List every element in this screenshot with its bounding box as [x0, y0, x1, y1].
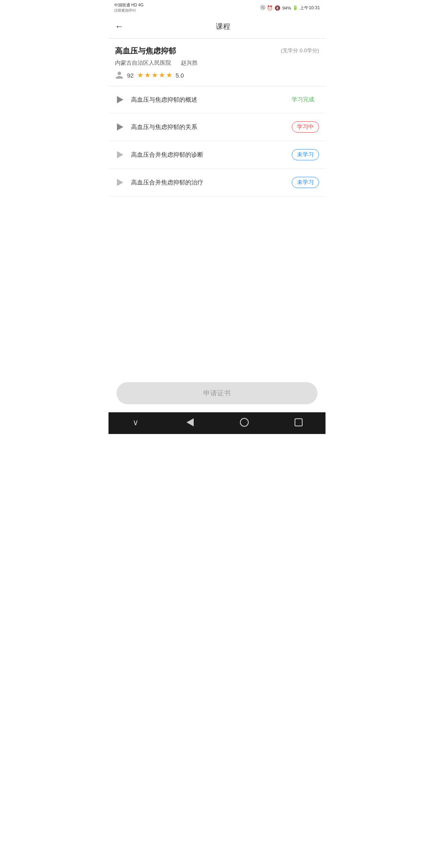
lesson-status-badge: 未学习 [292, 149, 319, 160]
play-icon [115, 94, 125, 105]
course-hospital-row: 内蒙古自治区人民医院 赵兴胜 [115, 59, 319, 67]
lesson-list: 高血压与焦虑抑郁的概述学习完成高血压与焦虑抑郁的关系学习中高血压合并焦虑抑郁的诊… [108, 86, 326, 286]
lesson-item[interactable]: 高血压与焦虑抑郁的关系学习中 [108, 113, 326, 141]
lesson-item[interactable]: 高血压合并焦虑抑郁的治疗未学习 [108, 169, 326, 197]
time-text: 上午10:31 [300, 5, 320, 11]
lesson-status-badge: 学习中 [292, 121, 319, 133]
home-circle-icon [240, 418, 249, 427]
nav-recents-button[interactable] [291, 416, 307, 428]
star-3: ★ [151, 71, 158, 80]
nav-home-button[interactable] [236, 416, 252, 428]
course-credit: (无学分 0.0学分) [281, 47, 319, 54]
play-triangle-icon [117, 179, 123, 186]
star-4: ★ [159, 71, 165, 80]
star-1: ★ [137, 71, 143, 80]
play-triangle-icon [117, 151, 123, 158]
back-button[interactable]: ← [115, 20, 127, 33]
nav-back-button[interactable] [182, 416, 198, 428]
page-title: 课程 [127, 22, 319, 31]
alarm-icon: ⏰ [267, 5, 273, 11]
header: ← 课程 [108, 15, 326, 39]
apply-btn-wrap: 申请证书 [108, 376, 326, 412]
battery-icon: 🔋 [293, 5, 298, 10]
lesson-item[interactable]: 高血压与焦虑抑郁的概述学习完成 [108, 86, 326, 113]
back-triangle-icon [186, 418, 194, 426]
battery-text: 94% [282, 6, 291, 10]
star-5: ★ [166, 71, 172, 80]
lesson-status-badge: 学习完成 [287, 94, 319, 105]
doctor-name: 赵兴胜 [181, 59, 198, 66]
lesson-title: 高血压合并焦虑抑郁的诊断 [131, 151, 292, 159]
course-title-row: 高血压与焦虑抑郁 (无学分 0.0学分) [115, 46, 319, 56]
star-2: ★ [144, 71, 151, 80]
lesson-title: 高血压合并焦虑抑郁的治疗 [131, 179, 292, 186]
chevron-down-icon: ∨ [133, 418, 139, 427]
emergency-text: 仅限紧急呼叫 [114, 8, 143, 13]
course-rating: 92 ★ ★ ★ ★ ★ 5.0 [115, 71, 319, 80]
mute-icon: 🔇 [274, 5, 280, 11]
apply-certificate-button[interactable]: 申请证书 [117, 382, 317, 404]
lesson-item[interactable]: 高血压合并焦虑抑郁的诊断未学习 [108, 141, 326, 169]
recents-square-icon [295, 418, 303, 426]
play-icon [115, 149, 125, 160]
nav-down-button[interactable]: ∨ [128, 416, 144, 428]
rating-number: 5.0 [176, 72, 184, 79]
students-icon [115, 71, 124, 80]
student-count: 92 [127, 72, 134, 79]
status-bar: 中国联通 HD 4G 仅限紧急呼叫 Ⓝ ⏰ 🔇 94% 🔋 上午10:31 [108, 0, 326, 15]
play-icon [115, 122, 125, 132]
hospital-name: 内蒙古自治区人民医院 [115, 59, 171, 66]
navigation-bar: ∨ [108, 412, 326, 434]
lesson-title: 高血压与焦虑抑郁的关系 [131, 123, 292, 131]
play-triangle-icon [117, 123, 123, 131]
course-info: 高血压与焦虑抑郁 (无学分 0.0学分) 内蒙古自治区人民医院 赵兴胜 92 ★… [108, 39, 326, 86]
status-right: Ⓝ ⏰ 🔇 94% 🔋 上午10:31 [260, 4, 320, 11]
play-triangle-icon [117, 96, 123, 103]
stars: ★ ★ ★ ★ ★ [137, 71, 172, 80]
lesson-status-badge: 未学习 [292, 177, 319, 188]
course-title: 高血压与焦虑抑郁 [115, 46, 176, 56]
status-carrier: 中国联通 HD 4G 仅限紧急呼叫 [114, 2, 143, 13]
carrier-text: 中国联通 HD 4G [114, 2, 143, 8]
lesson-title: 高血压与焦虑抑郁的概述 [131, 96, 287, 104]
play-icon [115, 177, 125, 188]
nfc-icon: Ⓝ [260, 4, 265, 11]
